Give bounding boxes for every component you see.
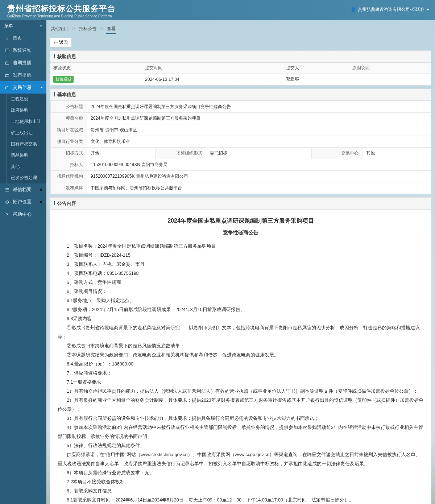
sub-label: 土地使用权出让 <box>11 119 41 124</box>
notice-line: 6.4.最高限价（元）：186000.00 <box>58 360 424 369</box>
sidebar-menu-label: 菜单 <box>4 23 13 29</box>
sidebar-sub-item[interactable]: 国有产权交易 <box>0 139 46 150</box>
status-badge: 核验通过 <box>53 76 74 83</box>
panel-header: 公告内容 <box>50 198 431 210</box>
sidebar-item-home[interactable]: ⌂ 首页 <box>0 32 46 44</box>
panel-header: 核验信息 <box>50 51 431 63</box>
label: 交易中心 <box>311 148 362 159</box>
app-title: 贵州省招标投标公共服务平台 <box>7 3 116 14</box>
notice-line: 2、项目编号：HDZB-2024-115 <box>58 251 424 260</box>
help-icon: ? <box>4 212 10 217</box>
sub-label: 药品采购 <box>11 153 28 158</box>
sidebar-item-label: 首页 <box>13 35 22 41</box>
sidebar-sub-item[interactable]: 已发公告处理 <box>0 172 46 183</box>
sidebar-item-account[interactable]: ⚙ 帐户设置 <box>0 196 46 208</box>
header-bar-icon <box>54 92 55 96</box>
user-menu[interactable]: 👤 贵州弘典建设咨询有限公司-邓廷容 ▼ <box>351 7 430 13</box>
sidebar-header: 菜单 ≡ <box>0 20 46 32</box>
label: 发布媒体 <box>51 182 87 194</box>
table-row: 核验通过 2024-06-13 17:04 邓廷容 <box>50 74 431 85</box>
label: 招标组织形式 <box>156 148 206 159</box>
label: 招标代理机构 <box>51 171 87 182</box>
sidebar-item-label: 诚信档案 <box>13 186 32 193</box>
value: 贵州省-贵阳市-观山湖区 <box>87 124 431 136</box>
panel-title: 核验信息 <box>57 54 76 59</box>
list-icon: ☰ <box>4 187 10 193</box>
sidebar-sub-item[interactable]: 政府采购 <box>0 105 46 116</box>
app-header: 贵州省招标投标公共服务平台 GuiZhou Province Tendering… <box>0 0 435 20</box>
sidebar-collapse-icon[interactable]: ≡ <box>40 24 42 29</box>
header-bar-icon <box>54 54 55 58</box>
sidebar-sub-item[interactable]: 其他 <box>0 161 46 172</box>
user-name: 贵州弘典建设咨询有限公司-邓廷容 <box>358 7 424 13</box>
notice-content: 2024年度全国走私重点调研课题编制第三方服务采购项目 竞争性磋商公告 1、项目… <box>50 210 431 504</box>
folder-icon: 🗀 <box>4 60 10 66</box>
sidebar-item-integrity[interactable]: ☰ 诚信档案 <box>0 183 46 196</box>
sidebar: 菜单 ≡ ⌂ 首页 🖵 系统通知 🗀 逾期提醒 🗀 发布提醒 🗀 交易信息 ▾ … <box>0 20 46 504</box>
sidebar-item-notice[interactable]: 🖵 系统通知 <box>0 44 46 57</box>
notice-line: 6）本项目所需特殊行业资质或要求：无。 <box>58 468 424 478</box>
label: 项目行业分类 <box>51 136 87 148</box>
notice-line: 5、采购方式：竞争性磋商 <box>58 278 424 287</box>
value: 中国采购与招标网、贵州省招标投标公共服平台 <box>87 182 431 194</box>
notice-line: 5）法律、行政法规规定的其他条件。 <box>58 441 424 450</box>
th-time: 提交时间 <box>142 63 283 74</box>
notice-line: 7.2本项目不接受联合体投标。 <box>58 478 424 487</box>
sidebar-item-help[interactable]: ? 帮助中心 <box>0 208 46 220</box>
sub-label: 工程建设 <box>11 96 28 102</box>
sub-label: 矿业权出让 <box>11 130 33 135</box>
notice-line: 3、项目联系人：吉艳、宋金委、李丹 <box>58 260 424 269</box>
value: 文化、体育和娱乐业 <box>87 136 431 148</box>
breadcrumb-item[interactable]: 其他项目 <box>50 24 69 33</box>
home-icon: ⌂ <box>4 36 10 41</box>
app-subtitle: GuiZhou Province Tendering and Bidding P… <box>7 14 116 18</box>
breadcrumb: 其他项目 > 招标公告 > 查看 <box>50 23 431 36</box>
badge-dot <box>40 201 42 203</box>
label: 招标方式 <box>51 148 87 159</box>
panel-title: 公告内容 <box>57 201 76 206</box>
back-button[interactable]: ↩ 返回 <box>50 38 72 47</box>
notice-line: 6.1服务地点：采购人指定地点。 <box>58 296 424 305</box>
label: 项目所在区域 <box>51 124 87 136</box>
label: 项目名称 <box>51 113 87 124</box>
back-icon: ↩ <box>54 40 58 45</box>
sidebar-item-label: 交易信息 <box>13 84 32 91</box>
cell-reason <box>349 74 431 85</box>
sub-label: 政府采购 <box>11 108 28 113</box>
notice-line: 7、供应商资格要求： <box>58 369 424 378</box>
th-status: 核验状态 <box>50 63 142 74</box>
notice-line: 7.1一般资格要求 <box>58 378 424 387</box>
label: 招标人 <box>51 159 87 171</box>
sidebar-sub-item[interactable]: 工程建设 <box>0 94 46 105</box>
sidebar-sub-item[interactable]: 矿业权出让 <box>0 127 46 139</box>
sidebar-item-overdue[interactable]: 🗀 逾期提醒 <box>0 57 46 69</box>
notice-subtitle: 竞争性磋商公告 <box>58 227 424 237</box>
notice-line: 8.1获取采购文件时间：2024年6月14日至2024年6月20日，每天上午09… <box>58 496 424 504</box>
sidebar-item-label: 发布提醒 <box>13 72 32 78</box>
notice-line: 2）具有良好的商业信誉和健全的财务会计制度，具体要求：提供2023年度财务报表或… <box>58 396 424 414</box>
sidebar-item-trade[interactable]: 🗀 交易信息 ▾ <box>0 81 46 94</box>
value: 91520000722109905K 贵州弘典建设咨询有限公司 <box>87 171 431 182</box>
header-bar-icon <box>54 201 55 205</box>
panel-header: 基本信息 <box>50 89 431 101</box>
notice-line: 4）参加本次采购活动前3年内在经营活动中未被行政或行业相关主管部门限制投标、承揽… <box>58 423 424 441</box>
notice-line: 6、采购项目情况： <box>58 287 424 296</box>
notice-line: 1）具有独立承担民事责任的能力，提供法人（营利法人或非营利法人）有效的营业执照（… <box>58 387 424 396</box>
badge-dot <box>40 189 42 191</box>
basic-panel: 基本信息 公告标题2024年度全国走私重点调研课题编制第三方服务采购项目竞争性磋… <box>50 88 431 194</box>
header-title-wrap: 贵州省招标投标公共服务平台 GuiZhou Province Tendering… <box>7 3 116 18</box>
notice-line: 1、项目名称：2024年度全国走私重点调研课题编制第三方服务采购项目 <box>58 242 424 251</box>
sidebar-item-label: 系统通知 <box>13 47 32 54</box>
sidebar-item-publish[interactable]: 🗀 发布提醒 <box>0 69 46 81</box>
value: 2024年度全国走私重点调研课题编制第三方服务采购项目竞争性磋商公告 <box>87 101 431 113</box>
notice-title: 2024年度全国走私重点调研课题编制第三方服务采购项目 <box>58 215 424 227</box>
back-label: 返回 <box>59 40 68 46</box>
value: 115201000009400049XN 贵阳市商务局 <box>87 159 431 171</box>
sidebar-item-label: 逾期提醒 <box>13 59 32 66</box>
sidebar-sub-item[interactable]: 药品采购 <box>0 150 46 161</box>
verify-table: 核验状态 提交时间 提交人 原因说明 核验通过 2024-06-13 17:04… <box>50 63 431 85</box>
label: 公告标题 <box>51 101 87 113</box>
verify-panel: 核验信息 核验状态 提交时间 提交人 原因说明 核验通过 2024-06-13 … <box>50 50 431 86</box>
breadcrumb-item[interactable]: 招标公告 <box>78 24 97 33</box>
sidebar-sub-item[interactable]: 土地使用权出让 <box>0 116 46 127</box>
